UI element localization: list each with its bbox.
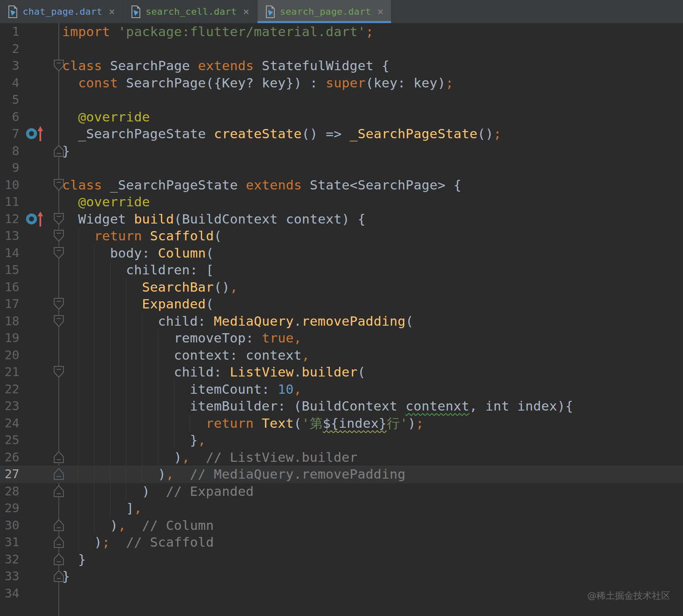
fold-end-icon[interactable] xyxy=(53,468,64,480)
code-text[interactable]: } xyxy=(62,568,70,585)
code-line-25[interactable]: 25}, xyxy=(0,432,683,449)
line-number[interactable]: 25 xyxy=(0,432,19,449)
code-line-12[interactable]: 12Widget build(BuildContext context) { xyxy=(0,211,683,228)
code-text[interactable]: ) // Expanded xyxy=(142,483,254,500)
code-line-13[interactable]: 13return Scaffold( xyxy=(0,227,683,245)
line-number[interactable]: 12 xyxy=(0,211,19,228)
fold-start-icon[interactable] xyxy=(53,315,64,327)
code-line-7[interactable]: 7_SearchPageState createState() => _Sear… xyxy=(0,125,683,142)
code-text[interactable]: ), // ListView.builder xyxy=(174,449,357,466)
line-number[interactable]: 31 xyxy=(0,534,19,551)
code-text[interactable]: context: context, xyxy=(174,347,310,364)
line-number[interactable]: 2 xyxy=(0,40,19,58)
fold-start-icon[interactable] xyxy=(53,213,64,225)
fold-end-icon[interactable] xyxy=(53,485,64,498)
fold-end-icon[interactable] xyxy=(53,536,64,548)
line-number[interactable]: 15 xyxy=(0,261,19,279)
code-line-6[interactable]: 6@override xyxy=(0,108,683,126)
code-text[interactable]: _SearchPageState createState() => _Searc… xyxy=(78,125,502,142)
line-number[interactable]: 34 xyxy=(0,585,19,602)
code-text[interactable]: children: [ xyxy=(126,261,214,279)
code-line-21[interactable]: 21child: ListView.builder( xyxy=(0,363,683,381)
line-number[interactable]: 14 xyxy=(0,245,19,262)
line-number[interactable]: 24 xyxy=(0,415,19,432)
code-text[interactable]: @override xyxy=(78,193,150,211)
line-number[interactable]: 4 xyxy=(0,74,19,92)
code-text[interactable]: } xyxy=(78,551,86,568)
line-number[interactable]: 5 xyxy=(0,91,19,108)
code-text[interactable]: } xyxy=(62,142,70,160)
line-number[interactable]: 32 xyxy=(0,551,19,568)
code-text[interactable]: body: Column( xyxy=(110,245,214,262)
fold-end-icon[interactable] xyxy=(53,519,64,532)
tab-search_cell.dart[interactable]: search_cell.dart× xyxy=(123,0,257,23)
code-text[interactable]: import 'package:flutter/material.dart'; xyxy=(62,23,374,40)
override-method-icon[interactable] xyxy=(26,128,37,139)
code-line-20[interactable]: 20context: context, xyxy=(0,347,683,364)
code-line-31[interactable]: 31); // Scaffold xyxy=(0,534,683,551)
code-text[interactable]: itemCount: 10, xyxy=(190,381,302,398)
tab-close-icon[interactable]: × xyxy=(377,6,384,17)
code-line-26[interactable]: 26), // ListView.builder xyxy=(0,449,683,466)
line-number[interactable]: 8 xyxy=(0,142,19,160)
tab-close-icon[interactable]: × xyxy=(242,6,250,17)
code-line-29[interactable]: 29], xyxy=(0,500,683,517)
code-line-15[interactable]: 15children: [ xyxy=(0,261,683,279)
code-text[interactable]: }, xyxy=(190,432,206,449)
tab-search_page.dart[interactable]: search_page.dart× xyxy=(257,0,392,23)
code-text[interactable]: Expanded( xyxy=(142,295,214,313)
line-number[interactable]: 21 xyxy=(0,363,19,381)
code-text[interactable]: Widget build(BuildContext context) { xyxy=(78,211,366,228)
line-number[interactable]: 22 xyxy=(0,381,19,398)
code-line-28[interactable]: 28) // Expanded xyxy=(0,483,683,500)
line-number[interactable]: 16 xyxy=(0,279,19,296)
code-line-30[interactable]: 30), // Column xyxy=(0,517,683,534)
code-text[interactable]: class _SearchPageState extends State<Sea… xyxy=(62,176,462,194)
code-text[interactable]: ], xyxy=(126,500,142,517)
code-line-16[interactable]: 16SearchBar(), xyxy=(0,279,683,296)
code-line-1[interactable]: 1import 'package:flutter/material.dart'; xyxy=(0,23,683,40)
code-line-24[interactable]: 24return Text('第${index}行'); xyxy=(0,415,683,432)
code-editor[interactable]: 1import 'package:flutter/material.dart';… xyxy=(0,23,683,616)
code-line-34[interactable]: 34 xyxy=(0,585,683,602)
code-line-27[interactable]: 27), // MediaQuery.removePadding xyxy=(0,466,683,483)
code-line-10[interactable]: 10class _SearchPageState extends State<S… xyxy=(0,176,683,194)
line-number[interactable]: 6 xyxy=(0,108,19,126)
fold-start-icon[interactable] xyxy=(53,229,64,242)
line-number[interactable]: 1 xyxy=(0,23,19,40)
tab-chat_page.dart[interactable]: chat_page.dart× xyxy=(0,0,123,23)
code-line-32[interactable]: 32} xyxy=(0,551,683,568)
line-number[interactable]: 7 xyxy=(0,125,19,142)
code-line-2[interactable]: 2 xyxy=(0,40,683,58)
code-text[interactable]: itemBuilder: (BuildContext contenxt, int… xyxy=(190,398,573,415)
line-number[interactable]: 23 xyxy=(0,398,19,415)
line-number[interactable]: 29 xyxy=(0,500,19,517)
code-line-3[interactable]: 3class SearchPage extends StatefulWidget… xyxy=(0,57,683,74)
override-method-icon[interactable] xyxy=(26,213,37,224)
code-text[interactable]: removeTop: true, xyxy=(174,329,302,347)
code-line-19[interactable]: 19removeTop: true, xyxy=(0,329,683,347)
fold-start-icon[interactable] xyxy=(53,297,64,310)
code-line-5[interactable]: 5 xyxy=(0,91,683,108)
code-text[interactable]: return Scaffold( xyxy=(94,227,222,245)
code-line-8[interactable]: 8} xyxy=(0,142,683,160)
code-text[interactable]: child: MediaQuery.removePadding( xyxy=(158,313,413,330)
line-number[interactable]: 18 xyxy=(0,313,19,330)
code-text[interactable]: SearchBar(), xyxy=(142,279,238,296)
line-number[interactable]: 19 xyxy=(0,329,19,347)
line-number[interactable]: 9 xyxy=(0,159,19,176)
line-number[interactable]: 30 xyxy=(0,517,19,534)
line-number[interactable]: 33 xyxy=(0,568,19,585)
code-text[interactable]: ); // Scaffold xyxy=(94,534,214,551)
code-text[interactable]: ), // MediaQuery.removePadding xyxy=(158,466,405,483)
code-line-17[interactable]: 17Expanded( xyxy=(0,295,683,313)
line-number[interactable]: 17 xyxy=(0,295,19,313)
override-up-arrow-icon[interactable] xyxy=(37,125,44,142)
line-number[interactable]: 28 xyxy=(0,483,19,500)
code-text[interactable]: ), // Column xyxy=(110,517,214,534)
line-number[interactable]: 3 xyxy=(0,57,19,74)
fold-end-icon[interactable] xyxy=(53,451,64,463)
code-line-23[interactable]: 23itemBuilder: (BuildContext contenxt, i… xyxy=(0,398,683,415)
code-text[interactable]: child: ListView.builder( xyxy=(174,363,365,381)
code-text[interactable]: const SearchPage({Key? key}) : super(key… xyxy=(78,74,454,92)
